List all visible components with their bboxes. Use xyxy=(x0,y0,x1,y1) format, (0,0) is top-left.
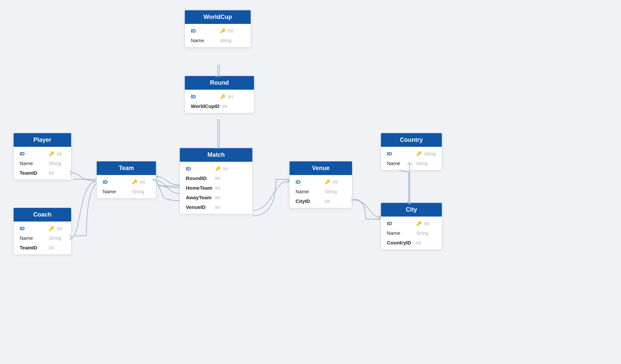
field-row: AwayTeam int xyxy=(180,193,252,202)
entity-match-header: Match xyxy=(180,148,252,162)
field-name: Name xyxy=(103,189,129,194)
field-name: AwayTeam xyxy=(186,195,212,200)
field-row: VenueID int xyxy=(180,202,252,212)
field-row: TeamID int xyxy=(14,243,71,252)
field-name: ID xyxy=(20,226,46,231)
entity-match: Match ID 🔑 int RoundID int HomeTeam int … xyxy=(180,148,253,214)
field-type: String xyxy=(49,235,61,241)
field-type: string xyxy=(424,151,435,156)
field-row: ID 🔑 int xyxy=(381,219,442,228)
field-row: CountryID int xyxy=(381,238,442,247)
field-row: ID 🔑 int xyxy=(185,92,254,101)
field-type: int xyxy=(325,199,330,204)
field-row: WorldCupID int xyxy=(185,101,254,111)
field-name: WorldCupID xyxy=(191,103,219,109)
entity-team: Team ID 🔑 int Name String xyxy=(96,161,156,199)
field-row: TeamID int xyxy=(14,168,71,178)
field-row: Name string xyxy=(185,36,251,45)
field-row: RoundID int xyxy=(180,173,252,183)
field-row: ID 🔑 string xyxy=(381,149,442,158)
field-type: int xyxy=(333,179,338,185)
field-name: Name xyxy=(20,235,46,241)
entity-player: Player ID 🔑 int Name String TeamID int xyxy=(13,133,71,180)
entity-worldcup-body: ID 🔑 int Name string xyxy=(185,24,251,47)
field-type: int xyxy=(49,170,54,176)
entity-city-body: ID 🔑 int Name String CountryID int xyxy=(381,217,442,249)
field-name: Name xyxy=(191,38,217,43)
field-row: Name string xyxy=(381,158,442,168)
field-row: ID 🔑 int xyxy=(14,224,71,233)
entity-country-header: Country xyxy=(381,133,442,147)
entity-coach-header: Coach xyxy=(14,208,71,222)
entity-round-header: Round xyxy=(185,76,254,90)
field-type: int xyxy=(222,104,227,109)
field-type: String xyxy=(416,230,429,236)
entity-venue-header: Venue xyxy=(290,161,352,175)
field-name: VenueID xyxy=(186,204,212,210)
field-row: ID 🔑 int xyxy=(185,26,251,36)
field-row: Name String xyxy=(14,233,71,243)
field-row: ID 🔑 int xyxy=(290,177,352,187)
key-icon: 🔑 xyxy=(325,179,330,184)
field-type: String xyxy=(49,161,61,166)
field-name: ID xyxy=(296,179,322,185)
field-name: RoundID xyxy=(186,175,212,181)
field-row: HomeTeam int xyxy=(180,183,252,193)
entity-coach: Coach ID 🔑 int Name String TeamID int xyxy=(13,208,71,255)
field-name: ID xyxy=(387,221,414,226)
entity-venue-body: ID 🔑 int Name String CityID int xyxy=(290,175,352,208)
field-name: ID xyxy=(191,94,217,99)
field-name: HomeTeam xyxy=(186,185,212,191)
field-type: String xyxy=(325,189,337,194)
key-icon: 🔑 xyxy=(49,226,54,231)
field-row: CityID int xyxy=(290,196,352,206)
field-type: int xyxy=(57,151,62,156)
entity-round: Round ID 🔑 int WorldCupID int xyxy=(185,76,254,113)
entity-round-body: ID 🔑 int WorldCupID int xyxy=(185,90,254,113)
diagram-canvas: WorldCup ID 🔑 int Name string Round ID 🔑… xyxy=(0,0,621,364)
field-type: int xyxy=(215,176,220,181)
field-type: int xyxy=(140,179,145,185)
field-row: Name String xyxy=(97,187,156,196)
key-icon: 🔑 xyxy=(416,221,422,226)
key-icon: 🔑 xyxy=(416,151,422,156)
field-name: Name xyxy=(387,230,414,236)
field-type: String xyxy=(132,189,144,194)
field-row: ID 🔑 int xyxy=(97,177,156,187)
field-type: int xyxy=(424,221,429,226)
field-name: ID xyxy=(191,28,217,34)
field-name: CountryID xyxy=(387,240,414,245)
key-icon: 🔑 xyxy=(215,166,220,171)
field-row: Name String xyxy=(381,228,442,238)
entity-team-body: ID 🔑 int Name String xyxy=(97,175,156,198)
field-type: string xyxy=(220,38,231,43)
entity-venue: Venue ID 🔑 int Name String CityID int xyxy=(289,161,352,208)
field-name: CityID xyxy=(296,198,322,204)
field-name: ID xyxy=(387,151,414,156)
entity-country: Country ID 🔑 string Name string xyxy=(381,133,442,170)
key-icon: 🔑 xyxy=(132,179,137,184)
entity-worldcup: WorldCup ID 🔑 int Name string xyxy=(185,10,251,47)
entity-country-body: ID 🔑 string Name string xyxy=(381,147,442,170)
field-name: TeamID xyxy=(20,170,46,176)
field-name: Name xyxy=(387,160,414,166)
entity-match-body: ID 🔑 int RoundID int HomeTeam int AwayTe… xyxy=(180,162,252,214)
field-name: ID xyxy=(20,151,46,156)
entity-worldcup-header: WorldCup xyxy=(185,10,251,24)
field-type: string xyxy=(416,161,428,166)
field-name: ID xyxy=(186,166,212,171)
field-type: int xyxy=(228,94,233,99)
field-row: Name String xyxy=(290,187,352,196)
field-row: Name String xyxy=(14,158,71,168)
entity-team-header: Team xyxy=(97,161,156,175)
key-icon: 🔑 xyxy=(220,28,225,33)
entity-city-header: City xyxy=(381,203,442,217)
field-type: int xyxy=(215,185,220,191)
entity-coach-body: ID 🔑 int Name String TeamID int xyxy=(14,222,71,254)
field-name: TeamID xyxy=(20,245,46,250)
entity-player-header: Player xyxy=(14,133,71,147)
field-row: ID 🔑 int xyxy=(14,149,71,158)
entity-player-body: ID 🔑 int Name String TeamID int xyxy=(14,147,71,180)
field-name: Name xyxy=(20,160,46,166)
field-type: int xyxy=(215,205,220,210)
